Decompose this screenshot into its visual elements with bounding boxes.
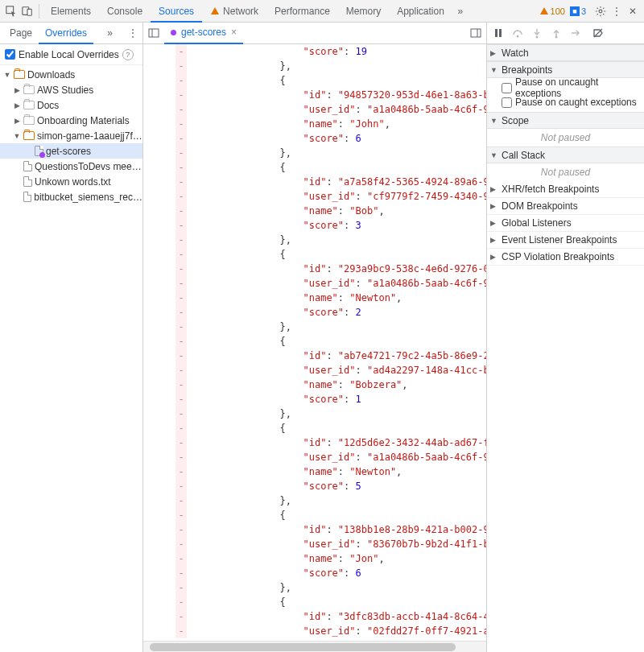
breakpoints-body: Pause on uncaught exceptions Pause on ca…: [487, 78, 644, 112]
tree-folder-docs[interactable]: ▶ Docs: [0, 97, 142, 113]
code-editor[interactable]: ----------------------------------------…: [143, 44, 486, 641]
panel-global[interactable]: ▶Global Listeners: [487, 215, 644, 232]
nav-kebab-icon[interactable]: ⋮: [126, 27, 139, 39]
folder-icon: [23, 85, 35, 94]
step-icon[interactable]: [569, 27, 582, 39]
svg-rect-4: [149, 29, 159, 37]
close-tab-icon[interactable]: ×: [231, 27, 237, 38]
panel-dom[interactable]: ▶DOM Breakpoints: [487, 198, 644, 215]
tab-network[interactable]: Network: [202, 0, 266, 23]
panel-csp[interactable]: ▶CSP Violation Breakpoints: [487, 249, 644, 266]
panel-xhr[interactable]: ▶XHR/fetch Breakpoints: [487, 181, 644, 198]
more-tabs-icon[interactable]: »: [452, 3, 469, 19]
tab-network-label: Network: [223, 0, 258, 23]
step-over-icon[interactable]: [511, 27, 524, 39]
close-devtools-icon[interactable]: ✕: [625, 3, 641, 19]
tree-file-bitbucket[interactable]: bitbucket_siemens_rec…: [0, 189, 142, 204]
deactivate-breakpoints-icon[interactable]: [592, 27, 605, 39]
tree-folder-downloads[interactable]: ▼ Downloads: [0, 67, 142, 82]
tree-file-getscores[interactable]: get-scores: [0, 143, 142, 159]
svg-point-10: [517, 35, 519, 38]
panel-watch[interactable]: ▶Watch: [487, 44, 644, 61]
override-dot-icon: [171, 30, 176, 35]
editor-tab-strip: get-scores ×: [143, 23, 486, 44]
editor-tab-label: get-scores: [181, 27, 226, 38]
svg-rect-2: [27, 9, 31, 15]
main-tab-strip: Elements Console Sources Network Perform…: [0, 0, 644, 23]
folder-icon: [23, 116, 35, 125]
svg-point-3: [599, 10, 602, 13]
nav-more-icon[interactable]: »: [104, 27, 117, 39]
tab-console[interactable]: Console: [99, 0, 151, 23]
pause-caught-checkbox[interactable]: [502, 97, 512, 108]
editor-tab-getscores[interactable]: get-scores ×: [164, 23, 243, 44]
enable-overrides-row: Enable Local Overrides ?: [0, 44, 142, 65]
file-icon: [35, 146, 43, 156]
svg-rect-9: [499, 29, 502, 37]
pause-icon[interactable]: [492, 27, 505, 39]
pause-uncaught-checkbox[interactable]: [502, 83, 512, 93]
nav-tab-page[interactable]: Page: [3, 23, 39, 44]
chevron-right-icon: ▶: [13, 101, 21, 109]
toggle-debugger-icon[interactable]: [465, 27, 486, 39]
debug-toolbar: [487, 23, 644, 44]
settings-icon[interactable]: [592, 3, 609, 19]
folder-icon: [23, 131, 35, 140]
chevron-right-icon: ▶: [13, 86, 21, 94]
file-icon: [23, 192, 32, 202]
tab-elements[interactable]: Elements: [43, 0, 99, 23]
svg-rect-8: [495, 29, 497, 37]
tab-sources[interactable]: Sources: [151, 0, 202, 23]
svg-rect-6: [471, 29, 481, 37]
chevron-right-icon: ▶: [13, 117, 21, 125]
panel-breakpoints[interactable]: ▼Breakpoints: [487, 61, 644, 78]
tree-folder-aws[interactable]: ▶ AWS Studies: [0, 82, 142, 97]
panel-event[interactable]: ▶Event Listener Breakpoints: [487, 232, 644, 249]
inspect-icon[interactable]: [3, 3, 19, 19]
svg-point-12: [555, 36, 558, 39]
svg-point-11: [536, 36, 539, 39]
folder-icon: [14, 70, 25, 79]
tree-folder-simon[interactable]: ▼ simon-game-1aauejj7f…: [0, 128, 142, 143]
tab-application[interactable]: Application: [389, 0, 452, 23]
tree-file-questions[interactable]: QuestionsToDevs mee…: [0, 159, 142, 174]
pause-uncaught-row[interactable]: Pause on uncaught exceptions: [502, 80, 639, 95]
chevron-down-icon: ▼: [3, 71, 11, 79]
file-tree: ▼ Downloads ▶ AWS Studies ▶ Docs ▶: [0, 65, 142, 652]
file-icon: [23, 161, 32, 171]
panel-callstack[interactable]: ▼Call Stack: [487, 146, 644, 163]
chevron-down-icon: ▼: [13, 132, 21, 140]
device-mode-icon[interactable]: [19, 3, 35, 19]
toggle-navigator-icon[interactable]: [143, 27, 164, 39]
pause-caught-row[interactable]: Pause on caught exceptions: [502, 95, 639, 109]
kebab-menu-icon[interactable]: ⋮: [609, 3, 625, 19]
nav-tab-overrides[interactable]: Overrides: [39, 23, 93, 44]
file-icon: [23, 176, 32, 187]
issue-badge-icon: ■: [570, 6, 580, 16]
navigator-tab-strip: Page Overrides » ⋮: [0, 23, 142, 44]
horizontal-scrollbar[interactable]: [143, 641, 486, 652]
callstack-not-paused: Not paused: [487, 163, 644, 181]
tree-file-unknown[interactable]: Unkown words.txt: [0, 174, 142, 189]
enable-overrides-checkbox[interactable]: [5, 49, 15, 60]
scope-not-paused: Not paused: [487, 129, 644, 146]
warning-count[interactable]: 100: [539, 6, 565, 16]
tab-performance[interactable]: Performance: [266, 0, 338, 23]
enable-overrides-label: Enable Local Overrides: [19, 49, 119, 60]
tree-folder-onboarding[interactable]: ▶ Onboarding Materials: [0, 113, 142, 128]
step-into-icon[interactable]: [530, 27, 543, 39]
step-out-icon[interactable]: [550, 27, 563, 39]
issue-count[interactable]: ■ 3: [570, 6, 586, 16]
folder-icon: [23, 101, 35, 109]
tab-memory[interactable]: Memory: [338, 0, 389, 23]
help-icon[interactable]: ?: [122, 49, 134, 60]
panel-scope[interactable]: ▼Scope: [487, 112, 644, 129]
